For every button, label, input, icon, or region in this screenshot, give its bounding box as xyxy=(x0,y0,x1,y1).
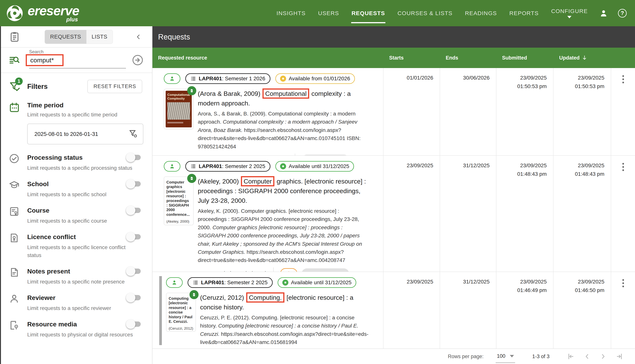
reviewer-toggle[interactable] xyxy=(126,293,142,302)
search-submit-button[interactable] xyxy=(132,54,144,66)
requester-chip[interactable] xyxy=(166,277,183,288)
row-menu-button[interactable] xyxy=(621,74,625,156)
nav-configure[interactable]: CONFIGURE xyxy=(551,0,588,26)
resource-text: (Arora & Barak, 2009) Computational comp… xyxy=(198,89,372,156)
primary-nav: INSIGHTS USERS REQUESTS COURSES & LISTS … xyxy=(276,0,588,26)
ends-cell: 31/12/2025 xyxy=(440,156,496,272)
course-chip[interactable]: LAPR401: Semester 2 2025 xyxy=(185,161,270,172)
app-body: REQUESTS LISTS Search xyxy=(0,26,635,364)
ends-cell: 31/12/2025 xyxy=(440,272,496,348)
annotation-box-highlight: Computer xyxy=(241,176,274,186)
request-row: LAPR401: Semester 1 2026 Available from … xyxy=(152,68,635,156)
user-icon[interactable] xyxy=(599,9,608,18)
row-menu-button[interactable] xyxy=(621,162,625,272)
search-list-icon xyxy=(8,54,20,66)
filter-resource-media: Resource media Limit requests to physica… xyxy=(9,320,142,339)
footer-divider xyxy=(295,154,295,156)
requester-orange-chip[interactable] xyxy=(280,268,297,272)
resource-cell: LAPR401: Semester 2 2025 Available until… xyxy=(152,156,383,272)
requester-chip[interactable] xyxy=(164,161,180,172)
check-circle-icon xyxy=(9,153,21,172)
request-row: LAPR401: Semester 2 2025 Available until… xyxy=(152,156,635,272)
col-updated[interactable]: Updated xyxy=(553,55,611,61)
resource-thumbnail[interactable]: ComputationalComplexity xyxy=(164,89,194,129)
first-page-button[interactable] xyxy=(566,352,575,360)
resource-footer: Whole Book (LINK) recommended xyxy=(198,268,372,272)
school-toggle[interactable] xyxy=(126,179,142,188)
time-period-range-field[interactable]: 2025-08-01 to 2026-01-31 xyxy=(27,124,143,144)
footer-divider xyxy=(273,268,274,272)
resource-thumbnail[interactable]: Computer graphics [electronic resource] … xyxy=(164,176,194,225)
course-chip[interactable]: LAPR401: Semester 2 2025 xyxy=(188,277,273,288)
col-starts[interactable]: Starts xyxy=(383,55,440,61)
book-cover: ComputationalComplexity xyxy=(166,91,192,128)
nav-users[interactable]: USERS xyxy=(318,0,339,26)
row-scroll-indicator[interactable] xyxy=(159,276,162,345)
tab-requests[interactable]: REQUESTS xyxy=(45,30,87,44)
resource-title[interactable]: (Ceruzzi, 2012) Computing. [electronic r… xyxy=(200,293,374,312)
resource-link[interactable]: (LINK) xyxy=(251,270,267,272)
time-period-title: Time period xyxy=(27,102,64,109)
next-page-button[interactable] xyxy=(599,352,607,360)
resource-thumbnail[interactable]: Computing [electronic resource] : a conc… xyxy=(166,293,196,332)
starts-cell: 23/09/2025 xyxy=(383,156,440,272)
document-badge-icon xyxy=(190,290,199,299)
time-period-range-value: 2025-08-01 to 2026-01-31 xyxy=(35,131,98,137)
sidebar: REQUESTS LISTS Search xyxy=(0,26,152,364)
tab-lists[interactable]: LISTS xyxy=(87,30,113,44)
filter-time-period: Time period Limit requests to a specific… xyxy=(9,102,142,144)
resource-media-row: Computing [electronic resource] : a conc… xyxy=(166,293,383,346)
reset-filters-button[interactable]: RESET FILTERS xyxy=(87,80,142,93)
starts-cell: 01/01/2026 xyxy=(383,68,440,156)
course-chip[interactable]: LAPR401: Semester 1 2026 xyxy=(185,73,270,84)
clipboard-icon[interactable] xyxy=(9,31,21,43)
last-page-button[interactable] xyxy=(615,352,624,360)
resource-text: (Akeley, 2000) Computer graphics. [elect… xyxy=(198,176,372,272)
nav-requests[interactable]: REQUESTS xyxy=(352,0,385,26)
list-icon xyxy=(190,164,196,169)
processing-status-toggle[interactable] xyxy=(126,153,142,162)
resource-title[interactable]: (Arora & Barak, 2009) Computational comp… xyxy=(198,89,372,108)
annotation-box-highlight: Computing. xyxy=(246,292,284,302)
row-menu-button[interactable] xyxy=(621,278,625,348)
col-submitted[interactable]: Submitted xyxy=(496,55,553,61)
nav-readings[interactable]: READINGS xyxy=(465,0,497,26)
nav-icon-group: ? xyxy=(599,9,627,18)
nav-courses-lists[interactable]: COURSES & LISTS xyxy=(397,0,452,26)
resource-title[interactable]: (Akeley, 2000) Computer graphics. [elect… xyxy=(198,176,372,206)
chips-row: LAPR401: Semester 1 2026 Available from … xyxy=(164,73,383,84)
resource-media-row: ComputationalComplexity (Arora & Barak, … xyxy=(164,89,383,156)
nav-reports[interactable]: REPORTS xyxy=(509,0,539,26)
licence-doc-icon xyxy=(9,232,21,259)
availability-dot-icon xyxy=(282,280,288,286)
nav-insights[interactable]: INSIGHTS xyxy=(276,0,306,26)
previous-page-button[interactable] xyxy=(583,352,591,360)
resource-footer: Whole Book (LINK) recommended xyxy=(198,154,372,156)
help-icon[interactable]: ? xyxy=(618,9,627,18)
resource-media-toggle[interactable] xyxy=(126,320,142,329)
requester-chip[interactable] xyxy=(164,73,180,84)
resource-citation: Ceruzzi, P. E. (2012). Computing. [elect… xyxy=(200,314,371,346)
notes-present-toggle[interactable] xyxy=(126,266,142,276)
licence-conflict-toggle[interactable] xyxy=(126,232,142,242)
table-pagination: Rows per page: 100 1-3 of 3 xyxy=(152,348,635,364)
note-doc-icon xyxy=(9,267,21,286)
chips-row: LAPR401: Semester 2 2025 Available until… xyxy=(164,161,383,172)
filter-course: Course Limit requests to a specific cour… xyxy=(9,206,142,225)
rows-per-page-select[interactable]: 100 xyxy=(497,353,514,360)
sidebar-collapse-button[interactable] xyxy=(135,33,142,41)
chips-row: LAPR401: Semester 2 2025 Available until… xyxy=(166,277,383,288)
document-badge-icon xyxy=(187,86,196,95)
annotation-box-highlight: Computational xyxy=(262,88,309,99)
course-toggle[interactable] xyxy=(126,206,142,215)
ereserve-logo[interactable]: ereserve plus xyxy=(6,4,79,22)
resource-cell: LAPR401: Semester 2 2025 Available until… xyxy=(152,272,383,348)
availability-chip: Available until 31/12/2025 xyxy=(275,161,354,172)
col-ends[interactable]: Ends xyxy=(440,55,496,61)
search-input[interactable]: Search comput* xyxy=(29,48,129,72)
request-search-row: Search comput* xyxy=(0,48,152,73)
updated-cell: 23/09/202501:48:43 pm xyxy=(553,156,611,272)
row-actions-cell xyxy=(611,272,635,348)
list-icon xyxy=(193,280,198,286)
course-doc-icon xyxy=(9,206,21,225)
